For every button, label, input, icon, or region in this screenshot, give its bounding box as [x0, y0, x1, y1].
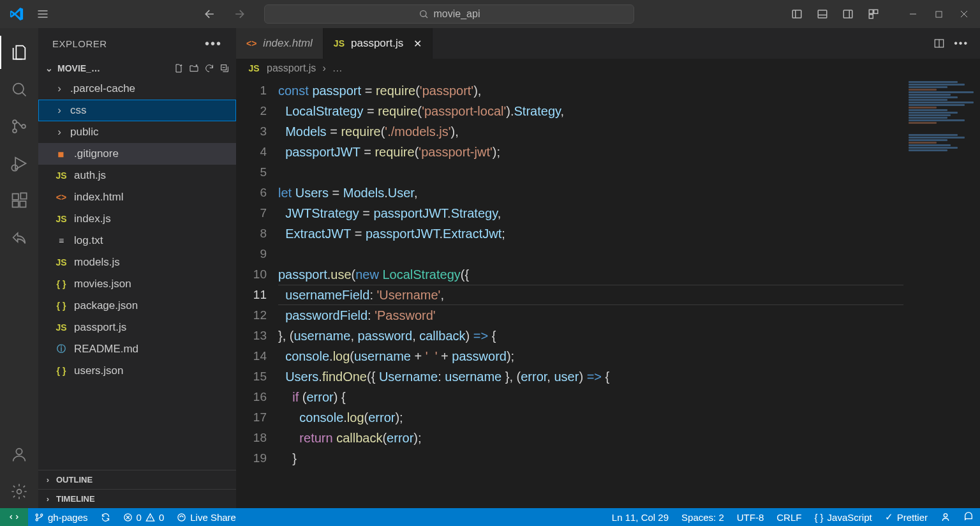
file-tree[interactable]: ›.parcel-cache›css›public◆.gitignoreJSau… [38, 78, 236, 470]
indentation-indicator[interactable]: Spaces: 2 [675, 508, 731, 526]
check-icon: ✓ [885, 511, 893, 523]
sync-indicator[interactable] [94, 508, 117, 526]
tree-item-label: .parcel-cache [70, 82, 135, 95]
svg-point-8 [13, 84, 24, 94]
encoding-indicator[interactable]: UTF-8 [731, 508, 771, 526]
menu-icon[interactable] [32, 3, 54, 25]
js-file-icon: JS [248, 63, 260, 73]
language-indicator[interactable]: { } JavaScript [808, 508, 878, 526]
tab-more-icon[interactable]: ••• [954, 38, 969, 49]
new-file-icon[interactable] [174, 63, 184, 73]
split-editor-icon[interactable] [933, 38, 945, 49]
maximize-icon[interactable] [928, 3, 949, 25]
html-file-icon: <> [55, 192, 68, 202]
tree-file[interactable]: ≡log.txt [38, 230, 236, 252]
activity-search-icon[interactable] [0, 73, 38, 106]
nav-forward-icon[interactable] [228, 3, 250, 25]
breadcrumb[interactable]: JS passport.js › … [236, 59, 980, 78]
breadcrumb-rest: … [332, 63, 343, 74]
tree-file[interactable]: { }users.json [38, 360, 236, 382]
command-center-search[interactable]: movie_api [264, 4, 634, 24]
minimize-icon[interactable] [902, 3, 924, 25]
js-file-icon: JS [55, 170, 68, 181]
tree-item-label: .gitignore [74, 147, 119, 160]
new-folder-icon[interactable] [189, 63, 199, 73]
folder-root-label: MOVIE_… [57, 63, 100, 73]
tree-folder[interactable]: ›.parcel-cache [38, 78, 236, 100]
close-window-icon[interactable] [953, 3, 975, 25]
svg-rect-16 [20, 193, 26, 199]
svg-point-10 [13, 129, 17, 133]
json-file-icon: { } [55, 301, 68, 311]
collapse-all-icon[interactable] [219, 63, 230, 73]
layout-panel-icon[interactable] [812, 3, 833, 25]
svg-point-11 [22, 124, 26, 128]
tree-item-label: users.json [74, 364, 123, 377]
activity-scm-icon[interactable] [0, 110, 38, 143]
tree-item-label: auth.js [74, 169, 106, 182]
tree-folder[interactable]: ›public [38, 121, 236, 143]
activity-bar [0, 28, 38, 508]
cursor-position[interactable]: Ln 11, Col 29 [605, 508, 675, 526]
spaces-text: Spaces: 2 [681, 512, 724, 523]
layout-customize-icon[interactable] [863, 3, 884, 25]
eol-indicator[interactable]: CRLF [770, 508, 808, 526]
activity-account-icon[interactable] [0, 438, 38, 471]
activity-debug-icon[interactable] [0, 147, 38, 180]
tree-file[interactable]: JSindex.js [38, 208, 236, 230]
chevron-right-icon: › [43, 475, 52, 485]
code-content[interactable]: const passport = require('passport'), Lo… [278, 78, 980, 508]
tree-file[interactable]: { }movies.json [38, 273, 236, 295]
tab-passport-js[interactable]: JSpassport.js✕ [323, 28, 433, 59]
sidebar-more-icon[interactable]: ••• [205, 36, 222, 51]
statusbar: gh-pages 0 0 Live Share Ln 11, Col 29 Sp… [0, 508, 980, 526]
tree-folder[interactable]: ›css [38, 100, 236, 121]
minimap[interactable] [906, 80, 976, 227]
chevron-right-icon: › [55, 126, 64, 139]
layout-sidebar-left-icon[interactable] [786, 3, 808, 25]
layout-sidebar-right-icon[interactable] [837, 3, 859, 25]
tree-item-label: index.html [74, 191, 123, 204]
tree-file[interactable]: ◆.gitignore [38, 143, 236, 165]
tree-file[interactable]: { }package.json [38, 295, 236, 317]
timeline-section[interactable]: › TIMELINE [38, 489, 236, 508]
close-tab-icon[interactable]: ✕ [413, 38, 422, 50]
activity-explorer-icon[interactable] [0, 36, 38, 69]
tree-item-label: log.txt [74, 234, 103, 247]
tree-file[interactable]: JSmodels.js [38, 252, 236, 273]
prettier-indicator[interactable]: ✓ Prettier [879, 508, 934, 526]
live-share-indicator[interactable]: Live Share [170, 508, 242, 526]
svg-rect-2 [818, 10, 827, 18]
feedback-icon[interactable] [934, 508, 957, 526]
tab-index-html[interactable]: <>index.html [236, 28, 323, 59]
refresh-icon[interactable] [204, 63, 214, 73]
activity-liveshare-icon[interactable] [0, 221, 38, 254]
tree-file[interactable]: JSpassport.js [38, 317, 236, 338]
activity-settings-icon[interactable] [0, 475, 38, 508]
tab-label: passport.js [351, 37, 403, 50]
svg-rect-13 [13, 194, 19, 200]
svg-rect-1 [792, 10, 801, 18]
tree-file[interactable]: JSauth.js [38, 165, 236, 186]
branch-indicator[interactable]: gh-pages [28, 508, 94, 526]
folder-root-row[interactable]: ⌄ MOVIE_… [38, 59, 236, 78]
svg-rect-3 [843, 10, 852, 18]
code-editor[interactable]: 12345678910111213141516171819 const pass… [236, 78, 980, 508]
tree-file[interactable]: <>index.html [38, 186, 236, 208]
svg-rect-4 [869, 10, 873, 13]
svg-point-0 [420, 11, 426, 17]
svg-point-22 [36, 518, 38, 520]
js-file-icon: JS [55, 214, 68, 224]
tree-item-label: movies.json [74, 278, 131, 290]
line-gutter: 12345678910111213141516171819 [236, 78, 278, 508]
md-file-icon: ⓘ [55, 343, 68, 355]
timeline-label: TIMELINE [56, 494, 95, 504]
remote-indicator[interactable] [0, 508, 28, 526]
activity-extensions-icon[interactable] [0, 184, 38, 217]
problems-indicator[interactable]: 0 0 [117, 508, 171, 526]
tree-item-label: css [70, 104, 87, 117]
notifications-icon[interactable] [957, 508, 980, 526]
nav-back-icon[interactable] [199, 3, 221, 25]
outline-section[interactable]: › OUTLINE [38, 470, 236, 489]
tree-file[interactable]: ⓘREADME.md [38, 338, 236, 360]
